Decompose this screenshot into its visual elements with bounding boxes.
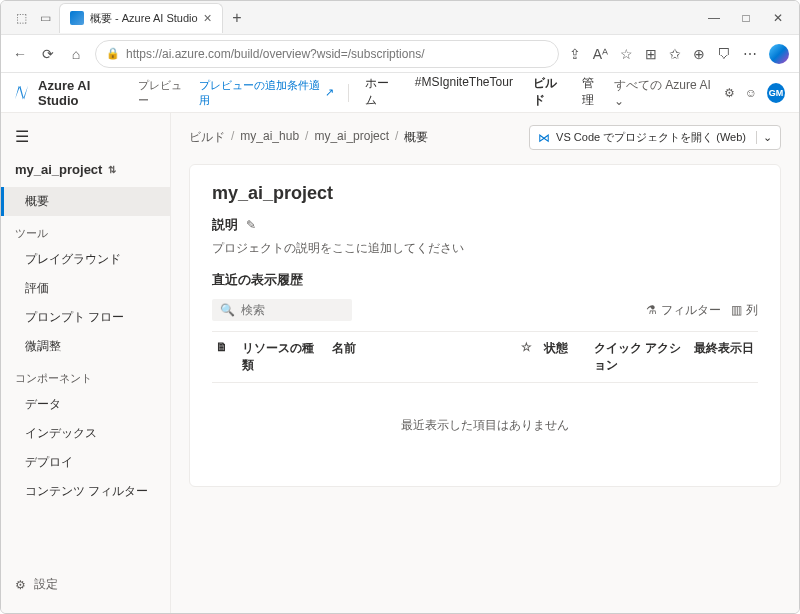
workspace-label: すべての Azure AI <box>614 78 711 92</box>
hamburger-icon[interactable]: ☰ <box>15 127 29 146</box>
columns-icon: ▥ <box>731 303 742 317</box>
description-label: 説明 <box>212 216 238 234</box>
avatar[interactable]: GM <box>767 83 785 103</box>
col-state[interactable]: 状態 <box>544 340 584 374</box>
breadcrumb-sep: / <box>305 129 308 146</box>
maximize-button[interactable]: □ <box>739 11 753 25</box>
chevron-down-icon[interactable]: ⌄ <box>756 131 772 144</box>
gear-icon: ⚙ <box>15 578 26 592</box>
col-type[interactable]: リソースの種類 <box>242 340 322 374</box>
preview-terms-link[interactable]: プレビューの追加条件適用 ↗ <box>199 78 334 108</box>
sidebar-item-indexes[interactable]: インデックス <box>1 419 170 448</box>
crumb-build[interactable]: ビルド <box>189 129 225 146</box>
sidebar-item-playground[interactable]: プレイグラウンド <box>1 245 170 274</box>
copilot-icon[interactable] <box>769 44 789 64</box>
crumb-hub[interactable]: my_ai_hub <box>240 129 299 146</box>
columns-button[interactable]: ▥ 列 <box>731 302 758 319</box>
external-link-icon: ↗ <box>325 86 334 99</box>
close-window-button[interactable]: ✕ <box>771 11 785 25</box>
browser-tab[interactable]: 概要 - Azure AI Studio × <box>59 3 223 33</box>
empty-state: 最近表示した項目はありません <box>212 383 758 468</box>
sidebar-item-deploy[interactable]: デプロイ <box>1 448 170 477</box>
overview-card: my_ai_project 説明 ✎ プロジェクトの説明をここに追加してください… <box>189 164 781 487</box>
lock-icon: 🔒 <box>106 47 120 60</box>
tabs-icon[interactable]: ▭ <box>37 10 53 26</box>
upload-icon[interactable]: ⇪ <box>569 46 581 62</box>
filter-label: フィルター <box>661 302 721 319</box>
sidebar: ☰ my_ai_project ⇅ 概要 ツール プレイグラウンド 評価 プロン… <box>1 113 171 613</box>
breadcrumb: ビルド / my_ai_hub / my_ai_project / 概要 <box>189 129 428 146</box>
sidebar-section-components: コンポーネント <box>1 361 170 390</box>
columns-label: 列 <box>746 302 758 319</box>
vscode-icon: ⋈ <box>538 131 550 145</box>
read-aloud-icon[interactable]: Aᴬ <box>593 46 608 62</box>
tab-title: 概要 - Azure AI Studio <box>90 11 198 26</box>
col-last-shown[interactable]: 最終表示日 <box>694 340 754 374</box>
browser-titlebar: ⬚ ▭ 概要 - Azure AI Studio × + — □ ✕ <box>1 1 799 35</box>
feedback-icon[interactable]: ☺ <box>745 86 757 100</box>
recent-history-label: 直近の表示履歴 <box>212 271 758 289</box>
description-placeholder: プロジェクトの説明をここに追加してください <box>212 240 758 257</box>
back-button[interactable]: ← <box>11 46 29 62</box>
sidebar-project-name[interactable]: my_ai_project ⇅ <box>1 156 170 187</box>
col-star-icon[interactable]: ☆ <box>518 340 534 374</box>
vscode-button-label: VS Code でプロジェクトを開く (Web) <box>556 130 746 145</box>
sidebar-item-overview[interactable]: 概要 <box>1 187 170 216</box>
settings-gear-icon[interactable]: ⚙ <box>724 86 735 100</box>
filter-icon: ⚗ <box>646 303 657 317</box>
crumb-overview: 概要 <box>404 129 428 146</box>
search-box[interactable]: 🔍 <box>212 299 352 321</box>
content-area: ビルド / my_ai_hub / my_ai_project / 概要 ⋈ V… <box>171 113 799 613</box>
preview-terms-label: プレビューの追加条件適用 <box>199 78 321 108</box>
app-title: Azure AI Studio <box>38 78 128 108</box>
filter-button[interactable]: ⚗ フィルター <box>646 302 721 319</box>
sidebar-settings[interactable]: ⚙ 設定 <box>1 566 170 603</box>
col-name[interactable]: 名前 <box>332 340 508 374</box>
new-tab-button[interactable]: + <box>223 9 251 27</box>
sidebar-item-contentfilter[interactable]: コンテンツ フィルター <box>1 477 170 506</box>
col-quick-action[interactable]: クイック アクション <box>594 340 684 374</box>
minimize-button[interactable]: — <box>707 11 721 25</box>
chevron-down-icon: ⌄ <box>614 94 624 108</box>
sidebar-item-promptflow[interactable]: プロンプト フロー <box>1 303 170 332</box>
url-bar[interactable]: 🔒 <box>95 40 559 68</box>
open-in-vscode-button[interactable]: ⋈ VS Code でプロジェクトを開く (Web) ⌄ <box>529 125 781 150</box>
page-title: my_ai_project <box>212 183 758 204</box>
crumb-project[interactable]: my_ai_project <box>314 129 389 146</box>
favorites-icon[interactable]: ✩ <box>669 46 681 62</box>
workspace-icon[interactable]: ⬚ <box>13 10 29 26</box>
tab-favicon-icon <box>70 11 84 25</box>
collections-icon[interactable]: ⊕ <box>693 46 705 62</box>
star-icon[interactable]: ☆ <box>620 46 633 62</box>
table-toolbar: 🔍 ⚗ フィルター ▥ 列 <box>212 299 758 321</box>
sidebar-item-data[interactable]: データ <box>1 390 170 419</box>
more-icon[interactable]: ⋯ <box>743 46 757 62</box>
sidebar-section-tools: ツール <box>1 216 170 245</box>
table-header: 🗎 リソースの種類 名前 ☆ 状態 クイック アクション 最終表示日 <box>212 331 758 383</box>
extensions-icon[interactable]: ⊞ <box>645 46 657 62</box>
project-name-label: my_ai_project <box>15 162 102 177</box>
azure-logo-icon <box>15 86 28 100</box>
sidebar-item-evaluation[interactable]: 評価 <box>1 274 170 303</box>
sidebar-settings-label: 設定 <box>34 576 58 593</box>
divider <box>348 84 349 102</box>
edit-icon[interactable]: ✎ <box>246 218 256 232</box>
browser-shield-icon[interactable]: ⛉ <box>717 46 731 62</box>
breadcrumb-sep: / <box>395 129 398 146</box>
search-input[interactable] <box>241 303 344 317</box>
workspace-selector[interactable]: すべての Azure AI ⌄ <box>614 77 714 108</box>
search-icon: 🔍 <box>220 303 235 317</box>
breadcrumb-sep: / <box>231 129 234 146</box>
sort-icon: ⇅ <box>108 164 116 175</box>
url-input[interactable] <box>126 47 548 61</box>
file-icon: 🗎 <box>216 340 232 374</box>
sidebar-item-finetune[interactable]: 微調整 <box>1 332 170 361</box>
main-layout: ☰ my_ai_project ⇅ 概要 ツール プレイグラウンド 評価 プロン… <box>1 113 799 613</box>
tab-close-icon[interactable]: × <box>204 10 212 26</box>
home-button[interactable]: ⌂ <box>67 46 85 62</box>
preview-badge: プレビュー <box>138 78 189 108</box>
app-header: Azure AI Studio プレビュー プレビューの追加条件適用 ↗ ホーム… <box>1 73 799 113</box>
refresh-button[interactable]: ⟳ <box>39 46 57 62</box>
